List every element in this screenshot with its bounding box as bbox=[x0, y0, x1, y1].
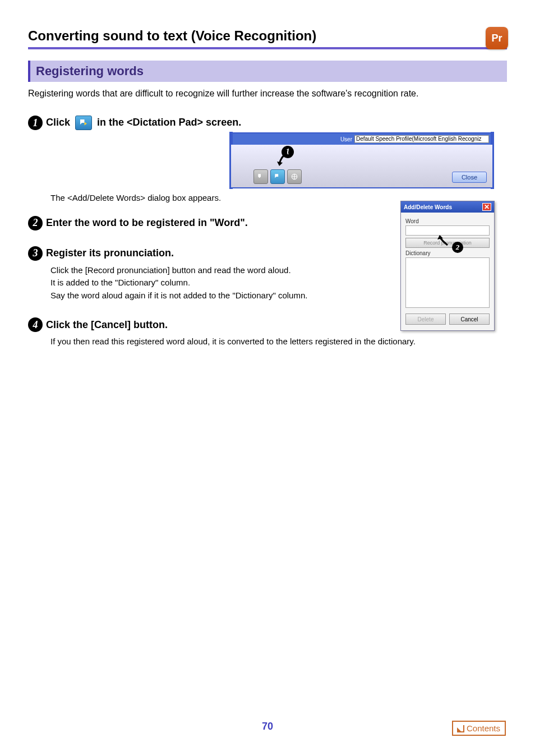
dictation-icon bbox=[75, 116, 92, 130]
intro-text: Registering words that are difficult to … bbox=[28, 87, 507, 100]
close-icon[interactable]: ✕ bbox=[482, 203, 491, 211]
callout-2: 2 bbox=[452, 242, 463, 253]
step-number-3: 3 bbox=[28, 246, 43, 261]
step-1-title-after: in the <Dictation Pad> screen. bbox=[97, 117, 241, 128]
step-4-body: If you then read this registered word al… bbox=[50, 335, 507, 348]
step-3-title: Register its pronunciation. bbox=[46, 247, 174, 259]
page-title: Converting sound to text (Voice Recognit… bbox=[28, 28, 507, 49]
step-1-title: Click in the <Dictation Pad> screen. bbox=[46, 116, 241, 130]
step-number-2: 2 bbox=[28, 216, 43, 231]
step-4: 4 Click the [Cancel] button. If you then… bbox=[28, 317, 507, 348]
close-button[interactable]: Close bbox=[452, 172, 487, 183]
section-heading: Registering words bbox=[28, 61, 507, 82]
step-3-body-line3: Say the word aloud again if it is not ad… bbox=[50, 289, 409, 302]
step-2: 2 Enter the word to be registered in "Wo… bbox=[28, 216, 507, 231]
pr-badge: Pr bbox=[486, 27, 508, 49]
contents-label: Contents bbox=[467, 723, 500, 733]
toolbar-button-add-words[interactable] bbox=[270, 169, 285, 184]
step-3-body-line1: Click the [Record pronunciation] button … bbox=[50, 264, 409, 277]
step-number-4: 4 bbox=[28, 317, 43, 332]
step-4-title: Click the [Cancel] button. bbox=[46, 319, 168, 331]
step-1-title-before: Click bbox=[46, 117, 70, 128]
contents-button[interactable]: Contents bbox=[452, 721, 506, 736]
toolbar-button-1[interactable] bbox=[253, 169, 268, 184]
toolbar-button-3[interactable] bbox=[287, 169, 302, 184]
step-1-body: The <Add/Delete Words> dialog box appear… bbox=[50, 192, 409, 205]
step-3-body-line2: It is added to the "Dictionary" column. bbox=[50, 276, 409, 289]
dictation-pad-screenshot: User Default Speech Profile(Microsoft En… bbox=[230, 132, 494, 188]
user-profile-select[interactable]: Default Speech Profile(Microsoft English… bbox=[354, 135, 489, 143]
step-3: 3 Register its pronunciation. Click the … bbox=[28, 246, 507, 302]
step-2-title: Enter the word to be registered in "Word… bbox=[46, 217, 248, 229]
step-1: 1 Click in the <Dictation Pad> screen. bbox=[28, 116, 507, 130]
dialog-title: Add/Delete Words bbox=[404, 204, 452, 210]
user-label: User bbox=[340, 136, 352, 142]
contents-icon bbox=[456, 725, 464, 732]
callout-1-arrow bbox=[276, 150, 293, 167]
step-number-1: 1 bbox=[28, 116, 43, 130]
